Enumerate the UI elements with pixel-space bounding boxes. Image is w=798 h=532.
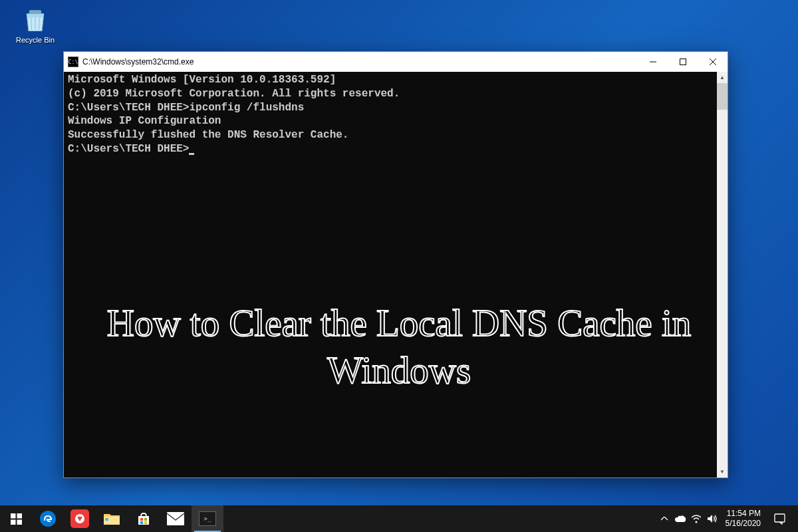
scroll-thumb[interactable] [717, 83, 728, 110]
taskbar-clock[interactable]: 11:54 PM 5/16/2020 [720, 509, 766, 529]
close-button[interactable] [698, 52, 728, 72]
taskbar-mail[interactable] [160, 505, 192, 532]
svg-rect-18 [144, 521, 147, 524]
cmd-icon: C:\ [68, 57, 78, 67]
cloud-icon [674, 515, 686, 523]
cursor [189, 153, 194, 155]
scroll-up-button[interactable]: ▲ [717, 72, 728, 83]
recycle-bin-icon [21, 5, 50, 35]
cmd-line: (c) 2019 Microsoft Corporation. All righ… [68, 87, 713, 101]
tray-overflow[interactable] [656, 505, 672, 532]
cmd-line: Successfully flushed the DNS Resolver Ca… [68, 128, 713, 142]
cmd-content[interactable]: Microsoft Windows [Version 10.0.18363.59… [64, 72, 717, 477]
windows-icon [11, 513, 22, 525]
taskbar-file-explorer[interactable] [96, 505, 128, 532]
svg-point-20 [695, 521, 697, 523]
system-tray: 11:54 PM 5/16/2020 [656, 505, 798, 532]
scroll-track[interactable] [717, 83, 728, 466]
scrollbar[interactable]: ▲ ▼ [717, 72, 728, 477]
svg-rect-11 [17, 519, 22, 525]
minimize-button[interactable] [638, 52, 668, 72]
svg-rect-14 [105, 518, 108, 521]
cmd-titlebar[interactable]: C:\ C:\Windows\system32\cmd.exe [64, 52, 728, 72]
svg-rect-5 [680, 59, 686, 65]
svg-rect-15 [140, 518, 143, 521]
volume-icon [707, 514, 718, 523]
mail-icon [167, 512, 184, 525]
svg-rect-0 [29, 10, 41, 13]
svg-rect-8 [11, 513, 16, 519]
svg-rect-16 [144, 518, 147, 521]
svg-rect-9 [17, 513, 22, 519]
cmd-body: Microsoft Windows [Version 10.0.18363.59… [64, 72, 728, 477]
taskbar-vivaldi[interactable] [64, 505, 96, 532]
svg-rect-10 [11, 519, 16, 525]
vivaldi-icon [70, 509, 89, 528]
cmd-window: C:\ C:\Windows\system32\cmd.exe Microsof… [63, 51, 728, 478]
tray-onedrive[interactable] [672, 505, 688, 532]
cmd-line: Microsoft Windows [Version 10.0.18363.59… [68, 73, 713, 87]
maximize-button[interactable] [668, 52, 698, 72]
tray-network[interactable] [688, 505, 704, 532]
folder-icon [103, 511, 120, 526]
edge-icon [40, 511, 56, 527]
taskbar-edge[interactable] [32, 505, 64, 532]
chevron-up-icon [661, 517, 668, 521]
cmd-line: C:\Users\TECH DHEE>ipconfig /flushdns [68, 101, 713, 115]
clock-date: 5/16/2020 [726, 519, 761, 529]
recycle-bin-label: Recycle Bin [16, 36, 55, 44]
cmd-line: Windows IP Configuration [68, 114, 713, 128]
notification-icon [774, 513, 785, 525]
svg-rect-17 [140, 521, 143, 524]
scroll-down-button[interactable]: ▼ [717, 466, 728, 477]
cmd-prompt-line: C:\Users\TECH DHEE> [68, 142, 713, 156]
svg-rect-21 [775, 514, 785, 522]
cmd-title: C:\Windows\system32\cmd.exe [82, 57, 638, 66]
start-button[interactable] [0, 505, 32, 532]
recycle-bin[interactable]: Recycle Bin [12, 5, 59, 44]
taskbar: >_ 11:54 PM 5/16/2020 [0, 505, 798, 532]
clock-time: 11:54 PM [727, 509, 761, 519]
notification-center-button[interactable] [766, 513, 793, 525]
store-icon [136, 511, 152, 527]
wifi-icon [691, 515, 702, 523]
taskbar-cmd[interactable]: >_ [192, 505, 223, 532]
tray-volume[interactable] [704, 505, 720, 532]
svg-rect-19 [167, 512, 184, 525]
taskbar-store[interactable] [128, 505, 160, 532]
cmd-taskbar-icon: >_ [199, 511, 216, 526]
taskbar-spacer [223, 505, 656, 532]
